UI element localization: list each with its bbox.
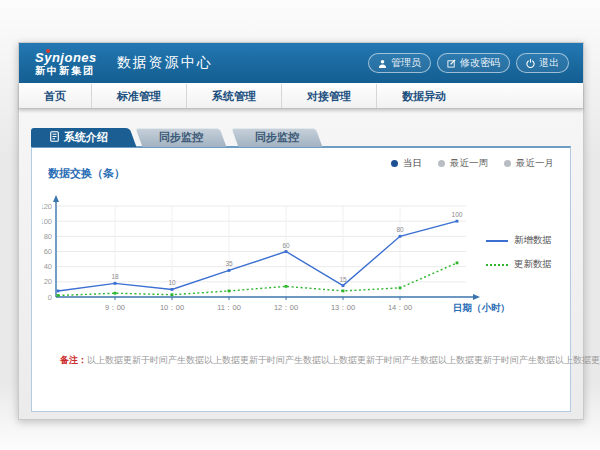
logo-subtext: 新中新集团	[35, 66, 97, 76]
nav-item-standard-management[interactable]: 标准管理	[91, 84, 186, 108]
chart-y-axis-title: 数据交换（条）	[48, 166, 125, 181]
radio-icon	[504, 160, 511, 167]
svg-text:35: 35	[225, 260, 233, 267]
content-area: 系统介绍 同步监控 同步监控 数据交换（条） 当日	[19, 108, 583, 419]
svg-text:18: 18	[111, 273, 119, 280]
nav-item-docking-management[interactable]: 对接管理	[281, 84, 376, 108]
app-window: Synjones 新中新集团 数据资源中心 管理员 修改密码	[18, 42, 584, 420]
tab-bar: 系统介绍 同步监控 同步监控	[31, 128, 319, 147]
line-chart: 0204060801001209：0010：0011：0012：0013：001…	[42, 192, 512, 316]
solid-line-icon	[486, 240, 508, 242]
change-password-label: 修改密码	[460, 56, 500, 70]
svg-text:0: 0	[48, 293, 52, 302]
footnote-label: 备注：	[60, 355, 87, 365]
svg-text:60: 60	[282, 242, 290, 249]
dotted-line-icon	[486, 264, 508, 266]
desktop-background: Synjones 新中新集团 数据资源中心 管理员 修改密码	[0, 0, 600, 450]
main-nav: 首页 标准管理 系统管理 对接管理 数据异动	[19, 83, 583, 109]
svg-text:40: 40	[44, 262, 52, 271]
user-icon	[378, 59, 387, 68]
radio-icon	[438, 160, 445, 167]
user-button-label: 管理员	[391, 56, 421, 70]
svg-text:120: 120	[42, 202, 52, 211]
svg-text:60: 60	[44, 247, 52, 256]
chart-panel: 数据交换（条） 当日 最近一周 最近一月 0204060801	[31, 146, 571, 412]
tab-system-intro[interactable]: 系统介绍	[31, 128, 127, 147]
app-header: Synjones 新中新集团 数据资源中心 管理员 修改密码	[19, 43, 583, 83]
legend-item-new-data: 新增数据	[486, 234, 558, 247]
legend-item-updated-data: 更新数据	[486, 258, 558, 271]
logout-button[interactable]: 退出	[516, 53, 569, 73]
svg-text:10：00: 10：00	[160, 303, 184, 312]
svg-text:13：00: 13：00	[331, 303, 355, 312]
logout-label: 退出	[539, 56, 559, 70]
radio-last-month[interactable]: 最近一月	[504, 157, 554, 170]
user-button[interactable]: 管理员	[368, 53, 431, 73]
footnote: 备注：以上数据更新于时间产生数据以上数据更新于时间产生数据以上数据更新于时间产生…	[60, 354, 600, 367]
svg-text:80: 80	[396, 226, 404, 233]
header-actions: 管理员 修改密码 退出	[368, 53, 569, 73]
document-icon	[50, 131, 59, 144]
radio-label: 当日	[403, 157, 422, 170]
nav-item-data-changes[interactable]: 数据异动	[376, 84, 471, 108]
tab-label: 系统介绍	[64, 130, 108, 145]
svg-text:100: 100	[42, 217, 52, 226]
change-password-button[interactable]: 修改密码	[437, 53, 510, 73]
svg-text:日期（小时）: 日期（小时）	[453, 302, 510, 314]
tab-label: 同步监控	[255, 130, 299, 145]
nav-item-home[interactable]: 首页	[19, 84, 91, 108]
radio-today[interactable]: 当日	[391, 157, 422, 170]
legend-label: 新增数据	[514, 234, 552, 247]
radio-label: 最近一周	[450, 157, 488, 170]
company-logo: Synjones 新中新集团	[35, 51, 97, 76]
legend-label: 更新数据	[514, 258, 552, 271]
svg-text:14：00: 14：00	[388, 303, 412, 312]
nav-item-system-management[interactable]: 系统管理	[186, 84, 281, 108]
radio-icon	[391, 160, 398, 167]
power-icon	[526, 59, 535, 68]
svg-text:80: 80	[44, 232, 52, 241]
tab-label: 同步监控	[159, 130, 203, 145]
page-title: 数据资源中心	[117, 54, 213, 72]
radio-label: 最近一月	[516, 157, 554, 170]
svg-text:15: 15	[339, 276, 347, 283]
footnote-text: 以上数据更新于时间产生数据以上数据更新于时间产生数据以上数据更新于时间产生数据以…	[87, 355, 600, 365]
svg-text:11：00: 11：00	[217, 303, 241, 312]
svg-text:9：00: 9：00	[105, 303, 125, 312]
svg-text:10: 10	[168, 279, 176, 286]
time-range-radio-group: 当日 最近一周 最近一月	[391, 157, 554, 170]
tab-sync-monitor-1[interactable]: 同步监控	[136, 128, 227, 147]
edit-icon	[447, 59, 456, 68]
chart-legend: 新增数据 更新数据	[486, 234, 558, 271]
svg-text:20: 20	[44, 277, 52, 286]
radio-last-week[interactable]: 最近一周	[438, 157, 488, 170]
logo-accent-dot	[46, 49, 50, 53]
tab-sync-monitor-2[interactable]: 同步监控	[232, 128, 323, 147]
svg-text:100: 100	[452, 211, 463, 218]
logo-text: Synjones	[35, 51, 97, 64]
svg-text:12：00: 12：00	[274, 303, 298, 312]
